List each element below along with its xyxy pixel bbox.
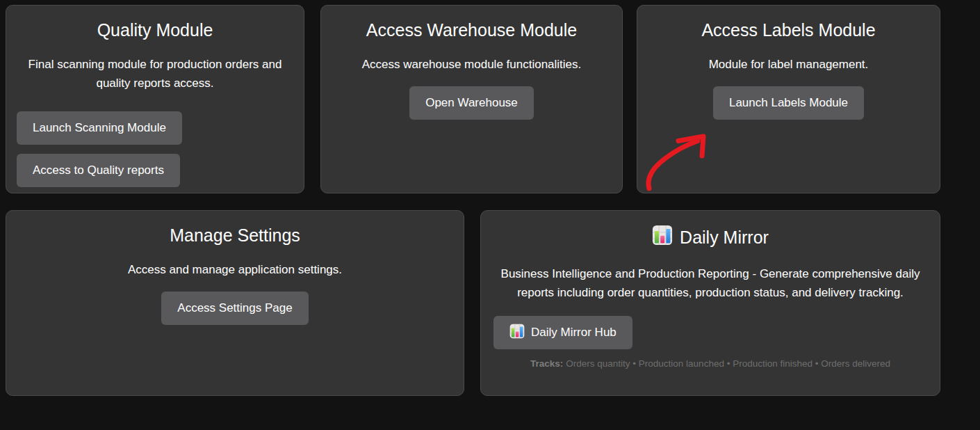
card-access-warehouse-module: Access Warehouse Module Access warehouse… bbox=[320, 5, 623, 193]
warehouse-module-description: Access warehouse module functionalities. bbox=[329, 55, 614, 74]
card-daily-mirror: Daily Mirror Business Intelligence and P… bbox=[480, 210, 940, 396]
bar-chart-icon bbox=[509, 324, 525, 342]
access-quality-reports-button[interactable]: Access to Quality reports bbox=[17, 154, 180, 187]
daily-mirror-title: Daily Mirror bbox=[481, 225, 940, 250]
warehouse-module-title: Access Warehouse Module bbox=[321, 19, 622, 40]
quality-module-buttons: Launch Scanning Module Access to Quality… bbox=[17, 111, 304, 187]
open-warehouse-button[interactable]: Open Warehouse bbox=[409, 86, 534, 120]
card-manage-settings: Manage Settings Access and manage applic… bbox=[6, 210, 464, 396]
daily-mirror-hub-button[interactable]: Daily Mirror Hub bbox=[493, 316, 632, 349]
labels-module-description: Module for label management. bbox=[646, 55, 931, 74]
warehouse-module-buttons: Open Warehouse bbox=[321, 86, 622, 120]
bar-chart-icon bbox=[652, 225, 673, 250]
launch-labels-module-button[interactable]: Launch Labels Module bbox=[713, 86, 864, 120]
manage-settings-description: Access and manage application settings. bbox=[15, 260, 455, 279]
card-access-labels-module: Access Labels Module Module for label ma… bbox=[637, 5, 940, 193]
daily-mirror-buttons: Daily Mirror Hub bbox=[493, 316, 940, 349]
manage-settings-buttons: Access Settings Page bbox=[6, 292, 464, 325]
daily-mirror-title-text: Daily Mirror bbox=[680, 227, 769, 248]
manage-settings-title: Manage Settings bbox=[6, 225, 464, 246]
card-quality-module: Quality Module Final scanning module for… bbox=[6, 5, 304, 193]
labels-module-buttons: Launch Labels Module bbox=[637, 86, 940, 120]
access-settings-page-button[interactable]: Access Settings Page bbox=[161, 292, 308, 325]
launch-scanning-module-button[interactable]: Launch Scanning Module bbox=[17, 111, 182, 145]
labels-module-title: Access Labels Module bbox=[637, 19, 940, 40]
daily-mirror-hub-label: Daily Mirror Hub bbox=[531, 326, 616, 340]
tracks-items: Orders quantity • Production launched • … bbox=[566, 358, 890, 369]
tracks-label: Tracks: bbox=[530, 358, 563, 369]
modules-dashboard: Quality Module Final scanning module for… bbox=[0, 0, 980, 430]
tracks-footer: Tracks:Orders quantity • Production laun… bbox=[488, 358, 933, 369]
quality-module-description: Final scanning module for production ord… bbox=[15, 55, 295, 93]
daily-mirror-description: Business Intelligence and Production Rep… bbox=[498, 264, 923, 302]
quality-module-title: Quality Module bbox=[6, 19, 304, 40]
